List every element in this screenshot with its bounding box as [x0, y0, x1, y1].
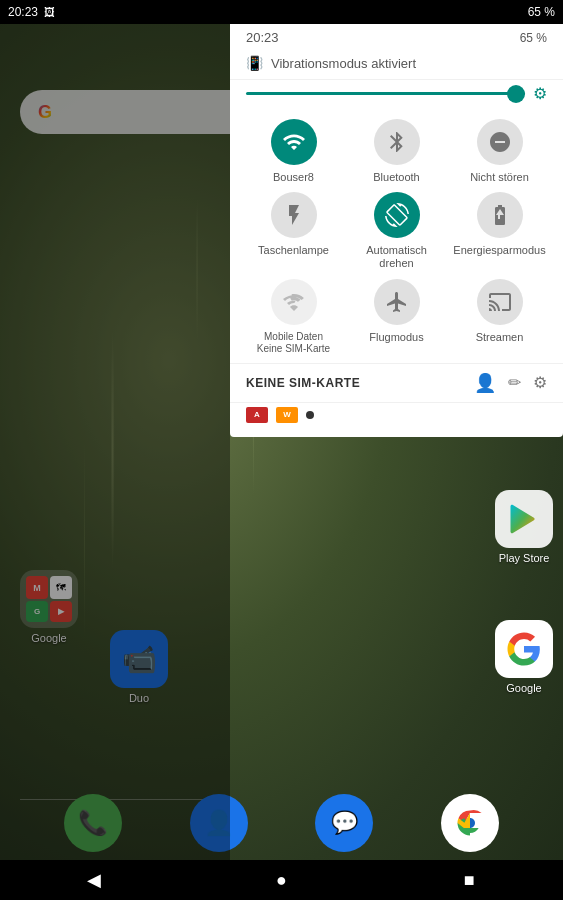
- play-store-label: Play Store: [499, 552, 550, 564]
- qs-item-mobile-data[interactable]: Mobile DatenKeine SIM-Karte: [246, 279, 341, 355]
- qs-cast-icon[interactable]: [477, 279, 523, 325]
- edit-icon[interactable]: ✏: [508, 373, 521, 392]
- sim-actions: 👤 ✏ ⚙: [474, 372, 547, 394]
- qs-flashlight-icon[interactable]: [271, 192, 317, 238]
- qs-item-autorotate[interactable]: Automatisch drehen: [349, 192, 444, 270]
- app-google-bottom[interactable]: Google: [495, 620, 553, 694]
- qs-bluetooth-icon[interactable]: [374, 119, 420, 165]
- tray-icon-1: A: [246, 407, 268, 423]
- qs-autorotate-label: Automatisch drehen: [349, 244, 444, 270]
- qs-item-bluetooth[interactable]: Bluetooth: [349, 119, 444, 184]
- qs-wifi-icon[interactable]: [271, 119, 317, 165]
- quick-settings-panel: 20:23 65 % 📳 Vibrationsmodus aktiviert ⚙…: [230, 24, 563, 437]
- qs-battery-icon[interactable]: [477, 192, 523, 238]
- settings-icon[interactable]: ⚙: [533, 373, 547, 392]
- qs-battery-label: Energiesparmodus: [453, 244, 545, 257]
- battery-percent: 65 %: [528, 5, 555, 19]
- volume-slider-track[interactable]: [246, 92, 525, 95]
- qs-mobile-data-label: Mobile DatenKeine SIM-Karte: [257, 331, 330, 355]
- nav-home-button[interactable]: ●: [261, 860, 301, 900]
- qs-airplane-icon[interactable]: [374, 279, 420, 325]
- qs-bluetooth-label: Bluetooth: [373, 171, 419, 184]
- google-app-icon[interactable]: [495, 620, 553, 678]
- qs-wifi-label: Bouser8: [273, 171, 314, 184]
- vibration-icon: 📳: [246, 55, 263, 71]
- dock-messages[interactable]: 💬: [315, 794, 373, 852]
- qs-item-flashlight[interactable]: Taschenlampe: [246, 192, 341, 270]
- vibration-bar: 📳 Vibrationsmodus aktiviert: [230, 45, 563, 80]
- qs-item-wifi[interactable]: Bouser8: [246, 119, 341, 184]
- qs-cast-label: Streamen: [476, 331, 524, 344]
- sim-label: KEINE SIM-KARTE: [246, 376, 360, 390]
- qs-item-cast[interactable]: Streamen: [452, 279, 547, 355]
- qs-flashlight-label: Taschenlampe: [258, 244, 329, 257]
- play-store-icon[interactable]: [495, 490, 553, 548]
- status-bar: 20:23 🖼 65 %: [0, 0, 563, 24]
- google-app-label: Google: [506, 682, 541, 694]
- nav-back-button[interactable]: ◀: [74, 860, 114, 900]
- nav-recent-button[interactable]: ■: [449, 860, 489, 900]
- app-play-store[interactable]: Play Store: [495, 490, 553, 564]
- tray-dot: [306, 411, 314, 419]
- qs-airplane-label: Flugmodus: [369, 331, 423, 344]
- qs-item-airplane[interactable]: Flugmodus: [349, 279, 444, 355]
- tray-icon-2: W: [276, 407, 298, 423]
- panel-battery: 65 %: [520, 31, 547, 45]
- panel-time: 20:23: [246, 30, 279, 45]
- qs-autorotate-icon[interactable]: [374, 192, 420, 238]
- quick-settings-grid: Bouser8 Bluetooth Nicht stören: [230, 111, 563, 363]
- qs-item-battery-saver[interactable]: Energiesparmodus: [452, 192, 547, 270]
- qs-bottom-tray: A W: [230, 402, 563, 429]
- nav-bar: ◀ ● ■: [0, 860, 563, 900]
- status-bar-right: 65 %: [528, 5, 555, 19]
- sim-status-bar: KEINE SIM-KARTE 👤 ✏ ⚙: [230, 363, 563, 402]
- user-icon[interactable]: 👤: [474, 372, 496, 394]
- volume-slider-thumb[interactable]: [507, 85, 525, 103]
- slider-gear-icon[interactable]: ⚙: [533, 84, 547, 103]
- status-time-left: 20:23: [8, 5, 38, 19]
- photo-icon: 🖼: [44, 6, 55, 18]
- vibration-label: Vibrationsmodus aktiviert: [271, 56, 547, 71]
- status-bar-left: 20:23 🖼: [8, 5, 55, 19]
- volume-slider-container[interactable]: ⚙: [230, 80, 563, 111]
- dock-chrome[interactable]: [441, 794, 499, 852]
- qs-dnd-icon[interactable]: [477, 119, 523, 165]
- qs-item-dnd[interactable]: Nicht stören: [452, 119, 547, 184]
- qs-mobile-data-icon[interactable]: [271, 279, 317, 325]
- overlay-dim: [0, 24, 230, 900]
- qs-dnd-label: Nicht stören: [470, 171, 529, 184]
